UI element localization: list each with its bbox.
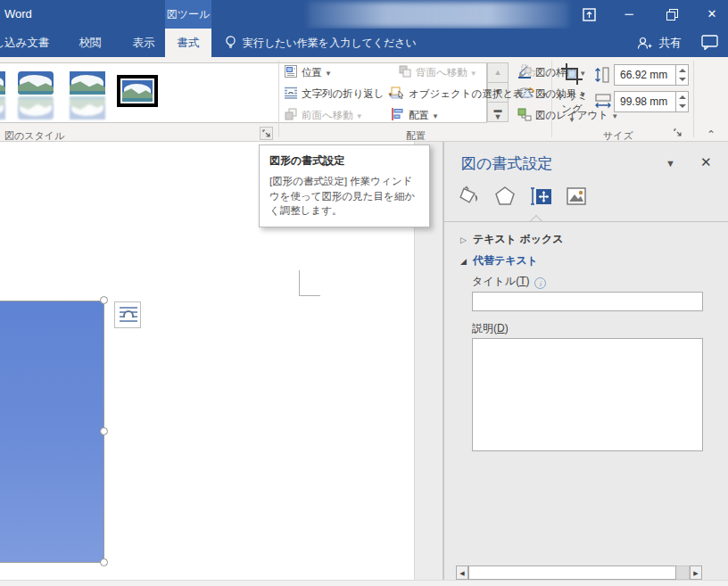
crop-label: トリミング (553, 89, 591, 116)
picture-styles-dialog-launcher-icon[interactable] (260, 127, 273, 140)
picture-styles-group-label: 図のスタイル (4, 129, 64, 143)
minimize-button[interactable]: ─ (617, 4, 641, 25)
selected-picture[interactable] (0, 301, 104, 563)
wrap-text-button[interactable]: 文字列の折り返し▼ (284, 85, 394, 103)
share-button[interactable]: 共有 (637, 29, 681, 57)
tell-me-box[interactable]: 実行したい作業を入力してください (225, 29, 417, 57)
pane-horizontal-scrollbar[interactable]: ◀ ▶ (456, 565, 702, 580)
close-button[interactable]: ✕ (700, 4, 724, 25)
format-picture-pane: 図の書式設定 ▼ ✕ ▷テキスト ボックス (443, 142, 728, 580)
format-shape-tooltip: 図形の書式設定 [図形の書式設定] 作業ウィンドウを使って図形の見た目を細かく調… (259, 144, 430, 227)
alt-description-label: 説明(D) (472, 321, 509, 336)
fill-line-tab[interactable] (457, 184, 482, 209)
crop-button[interactable]: トリミング ▼ (553, 62, 591, 124)
align-label: 配置 (409, 110, 429, 120)
resize-handle-top-right[interactable] (100, 296, 108, 304)
tell-me-text: 実行したい作業を入力してください (243, 37, 417, 49)
arrange-group-label: 配置 (406, 129, 426, 143)
style-thumb-partial[interactable] (0, 71, 5, 120)
picture-tab[interactable] (564, 184, 589, 209)
shape-width-value: 99.98 mm (620, 95, 667, 108)
text-box-section-label: テキスト ボックス (473, 233, 564, 245)
gallery-scroll-up-icon[interactable]: ▲ (487, 62, 509, 83)
rotate-icon (520, 86, 535, 105)
shape-height-icon (594, 66, 610, 82)
size-group-label: サイズ (603, 129, 633, 143)
expanded-triangle-icon: ◢ (460, 257, 473, 266)
position-label: 位置 (302, 67, 322, 78)
picture-layout-icon (517, 107, 533, 127)
document-area[interactable]: 図形の書式設定 [図形の書式設定] 作業ウィンドウを使って図形の見た目を細かく調… (0, 142, 728, 580)
scrollbar-track[interactable] (676, 565, 690, 580)
ribbon-tab-row: し込み文書 校閲 表示 書式 実行したい作業を入力してください 共有 (0, 29, 728, 57)
collapsed-triangle-icon: ▷ (460, 235, 473, 244)
send-backward-button[interactable]: 背面へ移動▼ (398, 63, 477, 81)
scroll-right-arrow-icon[interactable]: ▶ (690, 565, 702, 580)
align-button[interactable]: 配置▼ (391, 106, 439, 124)
wrap-text-label: 文字列の折り返し (302, 88, 385, 99)
ribbon-format-tab-content: ▲ ▼ ▬▼ 図の枠線▼ 図の効果▼ 図のレイアウト▼ 図のスタイル (0, 57, 728, 142)
gallery-more-icon[interactable]: ▬▼ (487, 102, 509, 122)
style-thumb-simple-reflection[interactable] (70, 71, 105, 120)
selection-pane-label: オブジェクトの選択と表示 (409, 88, 534, 99)
tab-view[interactable]: 表示 (123, 29, 164, 57)
pane-title: 図の書式設定 (461, 153, 552, 174)
width-spinner[interactable] (675, 92, 688, 111)
layout-options-button[interactable] (114, 301, 141, 328)
lightbulb-icon (225, 31, 236, 60)
tooltip-title: 図形の書式設定 (269, 153, 419, 169)
pane-tab-strip (444, 184, 728, 212)
scrollbar-thumb[interactable] (468, 565, 676, 580)
share-label: 共有 (658, 37, 681, 49)
group-objects-button[interactable]: ▼ (521, 63, 549, 81)
position-icon (284, 64, 299, 84)
height-spinner[interactable] (675, 65, 688, 85)
send-backward-icon (398, 64, 413, 84)
title-bar: Word 図ツール ─ ✕ (0, 0, 728, 29)
alt-text-section-label: 代替テキスト (473, 254, 538, 267)
style-thumb-black-frame-selected[interactable] (117, 75, 158, 107)
comment-icon[interactable] (701, 35, 718, 54)
shape-height-value: 66.92 mm (620, 69, 667, 81)
pane-menu-chevron-icon[interactable]: ▼ (666, 158, 675, 169)
layout-properties-tab-selected[interactable] (528, 184, 553, 209)
bring-forward-button[interactable]: 前面へ移動▼ (284, 106, 363, 124)
app-title: Word (4, 7, 32, 21)
collapse-ribbon-icon[interactable]: ⌃ (707, 128, 716, 141)
page-margin-mark (299, 270, 320, 296)
rotate-objects-button[interactable]: ▼ (520, 85, 548, 103)
position-button[interactable]: 位置▼ (284, 63, 332, 81)
shape-width-icon (594, 93, 610, 109)
selection-pane-icon (391, 86, 406, 105)
scroll-left-arrow-icon[interactable]: ◀ (456, 565, 468, 580)
shape-height-field[interactable]: 66.92 mm (614, 64, 689, 86)
alt-description-textarea[interactable] (472, 338, 703, 451)
group-objects-icon (521, 64, 536, 84)
resize-handle-bottom-right[interactable] (100, 558, 108, 566)
share-person-icon (637, 37, 658, 49)
picture-tools-contextual-header: 図ツール (165, 0, 211, 29)
pane-close-icon[interactable]: ✕ (700, 154, 712, 170)
tab-review[interactable]: 校閲 (70, 29, 111, 57)
resize-handle-middle-right[interactable] (100, 427, 108, 435)
bring-forward-label: 前面へ移動 (302, 110, 353, 120)
tooltip-body: [図形の書式設定] 作業ウィンドウを使って図形の見た目を細かく調整します。 (269, 174, 419, 219)
word-window: Word 図ツール ─ ✕ し込み文書 校閲 表示 書式 実行したい作業を入力し… (0, 0, 728, 586)
ribbon-display-options-icon[interactable] (577, 4, 600, 25)
section-alt-text[interactable]: ◢代替テキスト (460, 253, 538, 268)
alt-title-label: タイトル(T)i (472, 274, 546, 289)
section-text-box[interactable]: ▷テキスト ボックス (460, 232, 564, 247)
send-backward-label: 背面へ移動 (416, 67, 467, 78)
bring-forward-icon (284, 107, 299, 127)
restore-button[interactable] (660, 4, 683, 25)
size-dialog-launcher-icon[interactable] (671, 127, 684, 140)
style-thumb-rounded-reflection[interactable] (18, 71, 54, 120)
tab-format-active[interactable]: 書式 (165, 29, 211, 57)
shape-width-field[interactable]: 99.98 mm (614, 91, 689, 112)
align-icon (391, 107, 406, 127)
alt-title-input[interactable] (472, 292, 703, 311)
effects-tab[interactable] (492, 184, 517, 209)
info-icon[interactable]: i (534, 277, 546, 289)
tab-mailings[interactable]: し込み文書 (0, 29, 55, 57)
selection-pane-button[interactable]: オブジェクトの選択と表示 (391, 85, 534, 103)
